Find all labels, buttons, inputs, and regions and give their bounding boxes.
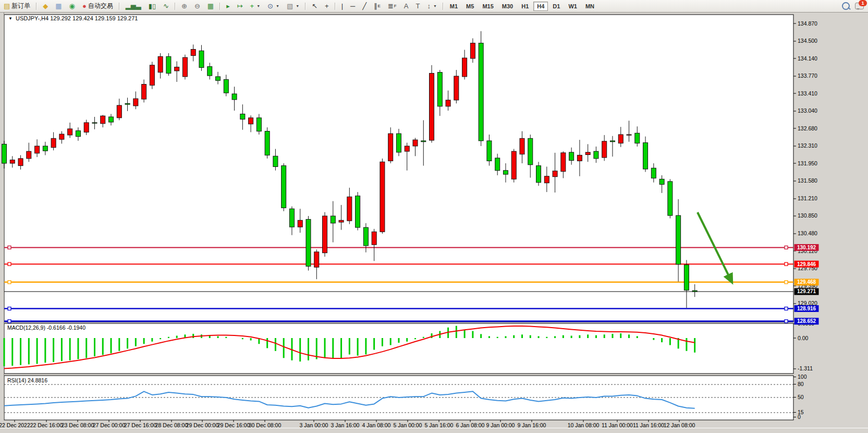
candle-body — [84, 123, 89, 132]
chart-area: 134.870134.500134.140133.770133.410133.0… — [0, 13, 868, 428]
candle-body — [323, 216, 327, 253]
toolbar-separator — [175, 3, 176, 10]
templates-button[interactable]: ▧▼ — [284, 0, 302, 12]
candle-body — [479, 43, 483, 141]
crosshair-button[interactable]: + — [322, 0, 332, 12]
symbol-dropdown-icon[interactable]: ▼ — [8, 16, 13, 21]
chart-shift-button[interactable]: ↦ — [234, 0, 246, 12]
auto-trading-button[interactable]: ●自动交易 — [79, 0, 116, 12]
channel-button[interactable]: ∥E — [371, 0, 384, 12]
search-icon[interactable] — [842, 2, 850, 10]
svg-text:129.468: 129.468 — [797, 279, 816, 285]
window-icon: ▦ — [55, 3, 62, 9]
new-order-icon: ▤ — [4, 3, 10, 9]
candle-body — [282, 166, 286, 208]
new-chart-button[interactable]: +▼ — [247, 0, 264, 12]
svg-text:131.210: 131.210 — [798, 195, 817, 201]
rsi-label: RSI(14) 24.8816 — [7, 377, 47, 383]
timeframe-mn-button[interactable]: MN — [582, 2, 598, 11]
candle-body — [314, 252, 319, 267]
line-chart-button[interactable]: ∿ — [160, 0, 172, 12]
timeframe-m5-button[interactable]: M5 — [462, 2, 478, 11]
text-button[interactable]: A — [401, 0, 412, 12]
vertical-line-button[interactable]: | — [338, 0, 346, 12]
candle-body — [421, 141, 426, 142]
periods-button[interactable]: ⊙▼ — [264, 0, 283, 12]
candle-body — [627, 135, 631, 135]
toolbar-buttons: ▤新订单◆▦◉●自动交易▂▅▃▮▯∿⊕⊖▦▸↦+▼⊙▼▧▼↖+|─╱∥E≣FAT… — [0, 0, 446, 12]
svg-text:128.916: 128.916 — [797, 306, 816, 311]
price-panel — [4, 15, 793, 322]
zoom-in-button[interactable]: ⊕ — [178, 0, 190, 12]
candle-body — [331, 216, 335, 223]
candle-body — [446, 100, 450, 106]
bar-chart-button[interactable]: ▂▅▃ — [123, 0, 144, 12]
candle-body — [59, 134, 64, 139]
cursor-button[interactable]: ↖ — [309, 0, 321, 12]
toolbar-separator — [305, 3, 306, 10]
timeframe-m1-button[interactable]: M1 — [446, 2, 461, 11]
icon-subscript: E — [378, 4, 381, 8]
arrows-button[interactable]: ↕▼ — [424, 0, 439, 12]
svg-text:134.870: 134.870 — [798, 20, 817, 27]
candle-body — [380, 162, 385, 232]
horizontal-line-button[interactable]: ─ — [347, 0, 358, 12]
candle-body — [536, 166, 541, 183]
fibonacci-button[interactable]: ≣F — [385, 0, 400, 12]
timeframe-d1-button[interactable]: D1 — [549, 2, 564, 11]
timeframe-m30-button[interactable]: M30 — [498, 2, 517, 11]
tiles-icon: ▦ — [207, 3, 214, 9]
zoom-out-button[interactable]: ⊖ — [191, 0, 203, 12]
timeframe-h1-button[interactable]: H1 — [518, 2, 532, 11]
time-axis: 22 Dec 202222 Dec 16:0023 Dec 08:0027 De… — [0, 420, 695, 428]
bars-icon: ▂▅▃ — [126, 3, 141, 9]
trendline-icon: ╱ — [362, 3, 366, 9]
template-icon: ▧ — [287, 3, 293, 9]
svg-text:130.480: 130.480 — [798, 230, 817, 236]
svg-text:0.00: 0.00 — [798, 335, 809, 341]
trendline-button[interactable]: ╱ — [359, 0, 370, 12]
candle-body — [692, 291, 697, 292]
window-frame — [0, 13, 4, 428]
candle-body — [199, 51, 204, 67]
tile-windows-button[interactable]: ▦ — [204, 0, 217, 12]
candle-body — [158, 56, 163, 72]
candle-body — [372, 232, 376, 245]
candle-body — [51, 138, 56, 147]
candle-body — [495, 158, 500, 171]
signals-icon-button[interactable]: ◉ — [66, 0, 78, 12]
signal-icon: ◉ — [69, 3, 75, 9]
data-window-icon-button[interactable]: ▦ — [52, 0, 65, 12]
chart-shift-icon: ↦ — [237, 3, 243, 9]
timeframe-h4-button[interactable]: H4 — [533, 2, 548, 11]
timeframe-m15-button[interactable]: M15 — [479, 2, 497, 11]
candle-body — [273, 156, 278, 166]
candle-body — [256, 118, 261, 131]
zoom-in-icon: ⊕ — [181, 3, 187, 9]
icon-subscript: F — [394, 4, 397, 8]
chat-icon[interactable]: 1 — [855, 3, 864, 9]
auto-scroll-button[interactable]: ▸ — [223, 0, 233, 12]
fibonacci-icon: ≣ — [388, 3, 394, 9]
text-label-button[interactable]: T — [412, 0, 423, 12]
candle-body — [191, 50, 195, 56]
svg-text:134.500: 134.500 — [798, 38, 817, 44]
candle-body — [92, 123, 97, 123]
candle-body — [594, 151, 598, 159]
candle-body — [35, 146, 40, 153]
channel-icon: ∥ — [374, 3, 377, 9]
candle-body — [668, 182, 673, 215]
candle-body — [577, 155, 582, 161]
candle-body — [265, 131, 270, 155]
candle-body — [659, 179, 664, 184]
svg-text:131.580: 131.580 — [798, 177, 817, 184]
toolbar-separator — [119, 3, 120, 10]
candle-body — [306, 219, 311, 266]
candle-body — [454, 76, 459, 100]
candlestick-chart-button[interactable]: ▮▯ — [145, 0, 159, 12]
candle-body — [347, 197, 352, 221]
market-watch-icon-button[interactable]: ◆ — [40, 0, 51, 12]
candle-body — [553, 171, 557, 177]
new-order-button[interactable]: ▤新订单 — [1, 0, 33, 12]
timeframe-w1-button[interactable]: W1 — [565, 2, 581, 11]
